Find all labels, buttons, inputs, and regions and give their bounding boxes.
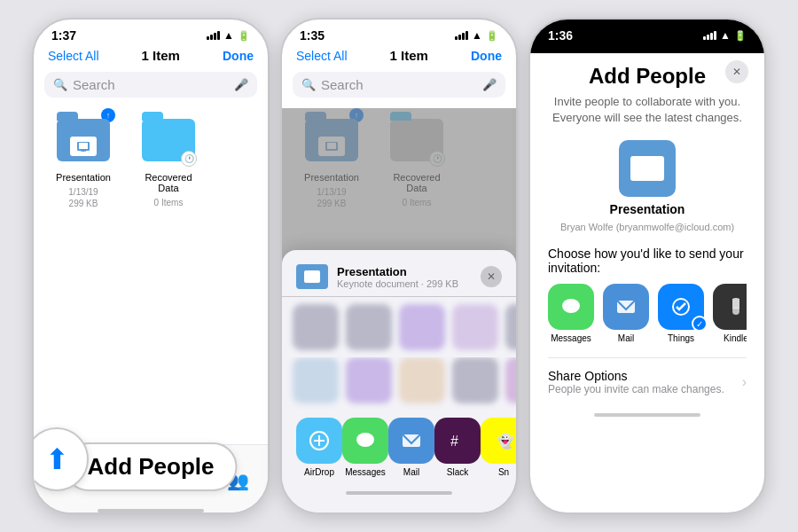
things-icon-wrap: ✓ — [658, 284, 704, 330]
slack-label: Slack — [447, 467, 468, 477]
nav-bar-2: Select All 1 Item Done — [282, 46, 516, 68]
list-item[interactable]: ↑ Presentation 1/13/19299 KB — [48, 112, 119, 209]
thumb-8 — [399, 357, 445, 403]
messages-action[interactable]: Messages — [342, 418, 388, 477]
wifi-icon-2: ▲ — [472, 29, 482, 42]
battery-icon-1: 🔋 — [238, 30, 250, 42]
snap-label: Sn — [498, 467, 509, 477]
keynote-folder-icon — [57, 119, 110, 161]
snap-icon: 👻 — [481, 418, 518, 464]
messages-icon — [342, 418, 388, 464]
nav-title-1: 1 Item — [142, 48, 180, 63]
share-sheet-header: Presentation Keynote document · 299 KB ✕ — [282, 261, 516, 297]
airdrop-action[interactable]: AirDrop — [296, 418, 342, 477]
search-icon-1: 🔍 — [53, 78, 67, 91]
search-bar-1[interactable]: 🔍 Search 🎤 — [44, 72, 257, 98]
send-app-mail[interactable]: Mail — [603, 284, 649, 343]
file-icon-recovered-1: 🕐 — [140, 112, 197, 168]
send-app-kindle[interactable]: Kindle — [713, 284, 747, 343]
modal-close-btn[interactable]: ✕ — [725, 60, 748, 83]
presentation-icon-large — [619, 140, 676, 197]
messages-app-icon — [548, 284, 594, 330]
wifi-icon-3: ▲ — [720, 29, 731, 42]
slack-icon: # — [434, 418, 481, 464]
svg-rect-1 — [79, 143, 88, 149]
send-label: Choose how you'd like to send your invit… — [548, 246, 747, 275]
mail-action[interactable]: Mail — [388, 418, 434, 477]
presentation-owner: Bryan Wolfe (bryanmwolfe@icloud.com) — [560, 222, 734, 232]
messages-label: Messages — [345, 467, 386, 477]
mail-app-icon — [603, 284, 649, 330]
done-btn-1[interactable]: Done — [223, 49, 254, 63]
checkmark-badge: ✓ — [692, 316, 708, 332]
mail-icon — [388, 418, 434, 464]
status-icons-2: ▲ 🔋 — [455, 29, 498, 42]
status-bar-1: 1:37 ▲ 🔋 — [34, 20, 268, 46]
thumb-9 — [452, 357, 498, 403]
send-apps-row: Messages Mail — [548, 284, 747, 343]
thumb-5 — [505, 304, 516, 350]
thumb-6 — [293, 357, 339, 403]
file-name-keynote-1: Presentation — [56, 172, 111, 183]
things-app-label: Things — [668, 333, 694, 343]
phone-1: 1:37 ▲ 🔋 Select All 1 Item Done 🔍 Search… — [32, 18, 270, 514]
share-file-info: Presentation Keynote document · 299 KB — [337, 265, 472, 289]
file-icon-keynote-1: ↑ — [55, 112, 112, 168]
share-file-icon — [296, 264, 328, 289]
select-all-btn-1[interactable]: Select All — [48, 49, 99, 63]
share-file-type: Keynote document · 299 KB — [337, 278, 472, 289]
notch-area — [530, 46, 764, 53]
done-btn-2[interactable]: Done — [471, 49, 502, 63]
share-file-name: Presentation — [337, 265, 472, 278]
share-close-btn[interactable]: ✕ — [481, 266, 502, 287]
share-action-row: AirDrop Messages Mail # — [282, 411, 516, 481]
svg-point-7 — [356, 433, 374, 447]
share-file-inner — [304, 270, 320, 283]
mic-icon-1[interactable]: 🎤 — [234, 78, 248, 91]
share-icon: ⬆ — [45, 442, 69, 476]
chevron-right-icon: › — [742, 374, 747, 390]
airdrop-label: AirDrop — [304, 467, 334, 477]
file-meta-keynote-1: 1/13/19299 KB — [68, 186, 98, 209]
snap-action[interactable]: 👻 Sn — [481, 418, 518, 477]
thumb-7 — [346, 357, 392, 403]
svg-text:👻: 👻 — [497, 433, 514, 450]
clock-badge: 🕐 — [181, 151, 197, 167]
select-all-btn-2[interactable]: Select All — [296, 49, 348, 63]
mic-icon-2[interactable]: 🎤 — [482, 78, 497, 91]
mail-label: Mail — [403, 467, 419, 477]
file-meta-recovered-1: 0 Items — [154, 197, 184, 208]
home-indicator-2 — [346, 491, 452, 495]
home-indicator-3 — [594, 413, 700, 417]
share-options-title: Share Options — [548, 369, 724, 383]
battery-icon-3: 🔋 — [734, 30, 747, 42]
keynote-badge — [70, 137, 97, 156]
presentation-icon-inner — [630, 156, 664, 181]
share-options-row[interactable]: Share Options People you invite can make… — [548, 357, 747, 406]
svg-text:#: # — [450, 434, 458, 449]
status-time-3: 1:36 — [548, 28, 573, 43]
search-placeholder-1: Search — [73, 77, 115, 92]
slack-action[interactable]: # Slack — [434, 418, 481, 477]
signal-icon-3 — [703, 31, 716, 40]
status-icons-1: ▲ 🔋 — [207, 29, 250, 42]
list-item[interactable]: 🕐 RecoveredData 0 Items — [133, 112, 204, 209]
phone-2: 1:35 ▲ 🔋 Select All 1 Item Done 🔍 Search… — [280, 18, 518, 514]
share-sheet: Presentation Keynote document · 299 KB ✕ — [282, 250, 516, 512]
mail-app-label: Mail — [618, 333, 634, 343]
search-bar-2[interactable]: 🔍 Search 🎤 — [293, 72, 505, 98]
add-people-pill-btn[interactable]: Add People — [64, 442, 237, 491]
signal-icon-2 — [455, 31, 468, 40]
status-icons-3: ▲ 🔋 — [703, 29, 747, 42]
send-app-messages[interactable]: Messages — [548, 284, 594, 343]
send-app-things[interactable]: ✓ Things — [658, 284, 704, 343]
svg-point-12 — [562, 299, 580, 313]
nav-bar-1: Select All 1 Item Done — [34, 46, 268, 68]
presentation-name: Presentation — [610, 202, 685, 216]
thumb-10 — [505, 357, 516, 403]
phone-3: 1:36 ▲ 🔋 ✕ Add People Invite people to c… — [528, 18, 766, 514]
status-time-1: 1:37 — [51, 28, 76, 43]
share-thumbnails-row-2 — [282, 357, 516, 411]
search-icon-2: 🔍 — [301, 78, 316, 91]
status-bar-2: 1:35 ▲ 🔋 — [282, 20, 516, 46]
